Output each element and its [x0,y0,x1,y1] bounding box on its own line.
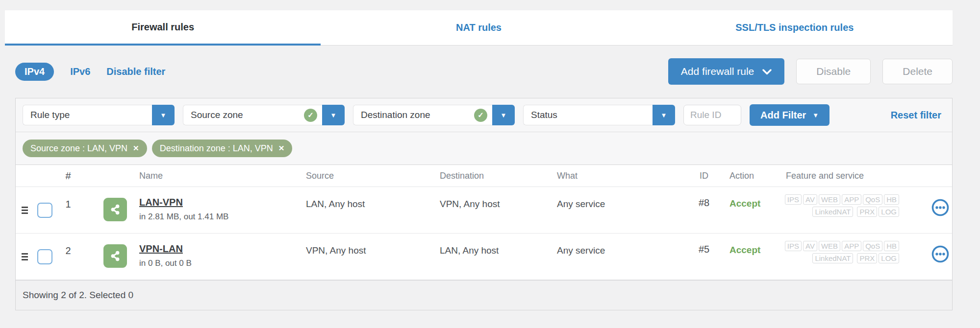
chevron-down-icon [762,66,772,77]
row-menu-ellipsis-icon[interactable] [930,211,950,219]
header-action: Action [729,171,779,181]
drag-handle-icon[interactable] [22,253,28,260]
share-rule-icon [103,244,127,268]
header-name: Name [139,171,306,181]
badge-qos: QoS [863,194,882,205]
rule-traffic-stats: in 0 B, out 0 B [139,258,306,268]
tab-firewall-rules[interactable]: Firewall rules [5,10,321,46]
badge-hb: HB [884,241,899,251]
row-checkbox[interactable] [37,249,52,264]
action-status: Accept [729,245,760,255]
reset-filter-link[interactable]: Reset filter [891,110,945,121]
cell-source: VPN, Any host [306,234,440,280]
badge-web: WEB [819,241,840,251]
chip-destination-zone-label: Destination zone : LAN, VPN [160,143,273,154]
chip-destination-zone-close-icon[interactable]: ✕ [278,144,285,153]
add-filter-button[interactable]: Add Filter ▼ [750,104,829,126]
source-zone-label: Source zone [191,110,304,120]
feature-badges: IPSAVWEBAPPQoSHB LinkedNATPRXLOG [779,187,899,233]
add-firewall-rule-label: Add firewall rule [681,66,754,77]
action-status: Accept [729,198,760,209]
destination-zone-dropdown-arrow-icon[interactable]: ▼ [492,105,515,125]
ipv6-toggle[interactable]: IPv6 [70,66,90,77]
badge-log: LOG [879,253,899,263]
delete-button[interactable]: Delete [882,59,953,84]
source-zone-applied-check-icon: ✓ [304,109,317,122]
toolbar: IPv4 IPv6 Disable filter Add firewall ru… [15,56,953,87]
header-id: ID [678,171,729,181]
table-header: # Name Source Destination What ID Action… [16,165,952,187]
cell-source: LAN, Any host [306,187,440,233]
tab-bar: Firewall rules NAT rules SSL/TLS inspect… [5,10,953,46]
destination-zone-label: Destination zone [361,110,474,120]
ipv4-toggle[interactable]: IPv4 [15,63,54,81]
header-destination: Destination [440,171,557,181]
active-filter-chips: Source zone : LAN, VPN ✕ Destination zon… [16,132,952,165]
row-number: 1 [56,187,80,233]
chip-destination-zone: Destination zone : LAN, VPN ✕ [152,140,293,157]
badge-linkednat: LinkedNAT [812,207,853,217]
rule-type-dropdown[interactable]: Rule type ▼ [23,105,175,125]
rule-type-label: Rule type [30,110,147,120]
badge-web: WEB [819,194,840,205]
header-feature-service: Feature and service [779,171,899,181]
showing-summary: Showing 2 of 2. Selected 0 [23,290,133,301]
badge-prx: PRX [857,207,877,217]
table-footer: Showing 2 of 2. Selected 0 [16,280,952,310]
badge-ips: IPS [785,194,802,205]
source-zone-dropdown-arrow-icon[interactable]: ▼ [322,105,345,125]
badge-app: APP [842,241,861,251]
badge-linkednat: LinkedNAT [812,253,853,263]
status-label: Status [531,110,648,120]
filter-bar: Rule type ▼ Source zone ✓ ▼ Destination … [16,98,952,132]
badge-hb: HB [884,194,899,205]
cell-rule-id: #8 [678,187,729,233]
rule-type-dropdown-arrow-icon[interactable]: ▼ [152,105,175,125]
badge-av: AV [803,241,817,251]
source-zone-dropdown[interactable]: Source zone ✓ ▼ [183,105,345,125]
status-dropdown[interactable]: Status ▼ [523,105,675,125]
tab-ssl-tls-rules[interactable]: SSL/TLS inspection rules [637,10,953,46]
badge-app: APP [842,194,861,205]
drag-handle-icon[interactable] [22,207,28,214]
disable-button[interactable]: Disable [796,59,871,84]
add-filter-label: Add Filter [760,110,806,121]
rule-name-link[interactable]: LAN-VPN [139,197,306,208]
badge-ips: IPS [785,241,802,251]
disable-filter-link[interactable]: Disable filter [106,66,165,77]
cell-what: Any service [557,234,678,280]
rule-name-link[interactable]: VPN-LAN [139,243,306,255]
badge-av: AV [803,194,817,205]
chip-source-zone-label: Source zone : LAN, VPN [30,143,127,154]
rule-traffic-stats: in 2.81 MB, out 1.41 MB [139,212,306,222]
badge-qos: QoS [863,241,882,251]
cell-rule-id: #5 [678,234,729,280]
chip-source-zone: Source zone : LAN, VPN ✕ [23,140,147,157]
table-row: 2 VPN-LAN in 0 B, out 0 B VPN, Any host … [16,234,952,280]
chip-source-zone-close-icon[interactable]: ✕ [133,144,139,153]
badge-prx: PRX [857,253,877,263]
tab-nat-rules[interactable]: NAT rules [321,10,636,46]
header-source: Source [306,171,440,181]
destination-zone-applied-check-icon: ✓ [474,109,487,122]
row-menu-ellipsis-icon[interactable] [930,257,950,265]
add-filter-arrow-icon: ▼ [812,112,819,119]
cell-what: Any service [557,187,678,233]
rule-id-input[interactable] [683,105,741,125]
row-number: 2 [56,234,80,280]
table-row: 1 LAN-VPN in 2.81 MB, out 1.41 MB LAN, A… [16,187,952,234]
status-dropdown-arrow-icon[interactable]: ▼ [653,105,675,125]
header-num: # [56,170,80,182]
share-rule-icon [103,198,127,221]
badge-log: LOG [879,207,899,217]
firewall-rules-panel: Rule type ▼ Source zone ✓ ▼ Destination … [15,98,953,310]
cell-destination: VPN, Any host [440,187,557,233]
row-checkbox[interactable] [37,203,52,218]
destination-zone-dropdown[interactable]: Destination zone ✓ ▼ [353,105,515,125]
add-firewall-rule-button[interactable]: Add firewall rule [668,58,784,85]
feature-badges: IPSAVWEBAPPQoSHB LinkedNATPRXLOG [779,234,899,280]
cell-destination: LAN, Any host [440,234,557,280]
header-what: What [557,171,678,181]
